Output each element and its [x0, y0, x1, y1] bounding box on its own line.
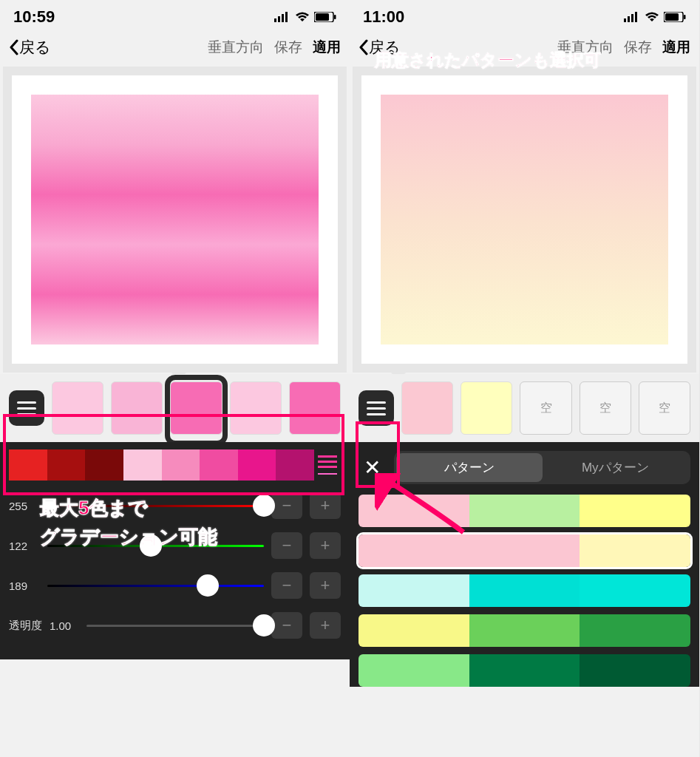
tab-my-pattern[interactable]: Myパターン [543, 453, 689, 482]
svg-rect-1 [278, 16, 280, 22]
pattern-item[interactable] [359, 574, 690, 607]
signal-icon [274, 7, 290, 27]
svg-rect-13 [684, 15, 686, 19]
color-swatch[interactable] [111, 381, 163, 435]
svg-rect-2 [282, 14, 284, 22]
nav-direction[interactable]: 垂直方向 [208, 38, 264, 57]
color-swatch[interactable] [289, 381, 341, 435]
nav-bar: 戻る 垂直方向 保存 適用 [0, 31, 350, 65]
green-value: 122 [9, 540, 40, 552]
opacity-slider[interactable] [86, 625, 264, 627]
pattern-item[interactable] [359, 654, 690, 687]
blue-slider[interactable] [47, 585, 264, 587]
svg-rect-5 [316, 13, 329, 21]
red-plus-button[interactable]: + [310, 492, 341, 519]
red-minus-button[interactable]: − [271, 492, 302, 519]
palette-color[interactable] [123, 449, 162, 481]
empty-swatch[interactable]: 空 [520, 381, 571, 435]
wifi-icon [645, 7, 659, 27]
palette-color[interactable] [238, 449, 276, 481]
preview-area [353, 67, 696, 373]
nav-save[interactable]: 保存 [624, 38, 652, 57]
back-button[interactable]: 戻る [9, 37, 51, 58]
gradient-preview [31, 95, 319, 344]
color-swatch[interactable] [461, 381, 512, 435]
svg-rect-10 [635, 12, 637, 22]
svg-rect-7 [624, 18, 626, 22]
palette-color[interactable] [276, 449, 314, 481]
status-time: 10:59 [13, 7, 55, 27]
swatch-menu-button[interactable] [359, 390, 394, 426]
nav-apply[interactable]: 適用 [313, 38, 341, 57]
opacity-value: 1.00 [50, 619, 79, 632]
green-minus-button[interactable]: − [271, 532, 302, 559]
annotation-arrow-icon [375, 473, 471, 540]
status-icons [624, 7, 686, 27]
battery-icon [664, 7, 686, 27]
palette-color[interactable] [47, 449, 86, 481]
gradient-preview [381, 95, 668, 344]
status-bar: 10:59 [0, 0, 350, 31]
swatch-menu-button[interactable] [9, 390, 44, 426]
wifi-icon [295, 7, 310, 27]
preview-area [3, 67, 347, 373]
svg-rect-8 [628, 16, 630, 22]
status-bar: 11:00 [350, 0, 699, 31]
signal-icon [624, 7, 640, 27]
annotation-text: 最大5色まで グラデーション可能 [40, 494, 217, 551]
blue-plus-button[interactable]: + [310, 572, 341, 599]
color-swatch[interactable] [170, 381, 222, 435]
battery-icon [314, 7, 336, 27]
palette-menu-icon[interactable] [314, 449, 341, 481]
green-plus-button[interactable]: + [310, 532, 341, 559]
phone-right: 11:00 戻る 垂直方向 保存 適用 空空空 ✕ パターン [350, 0, 699, 757]
color-swatch[interactable] [52, 381, 103, 435]
blue-minus-button[interactable]: − [271, 572, 302, 599]
palette-color[interactable] [85, 449, 123, 481]
svg-rect-3 [285, 12, 288, 22]
opacity-plus-button[interactable]: + [310, 612, 341, 639]
empty-swatch[interactable]: 空 [580, 381, 631, 435]
status-icons [274, 7, 336, 27]
blue-value: 189 [9, 580, 40, 592]
blue-slider-row: 189 − + [9, 572, 341, 599]
svg-rect-9 [631, 14, 633, 22]
color-swatch[interactable] [230, 381, 282, 435]
palette-color[interactable] [200, 449, 238, 481]
color-swatch[interactable] [401, 381, 453, 435]
opacity-minus-button[interactable]: − [271, 612, 302, 639]
status-time: 11:00 [363, 7, 404, 27]
annotation-text: 用意されたパターンも選択可 [375, 47, 601, 73]
color-palette-panel: 255 − + 122 − + 189 − + 透明度 1.00 − + 最大5… [0, 442, 350, 659]
palette-color[interactable] [162, 449, 200, 481]
empty-swatch[interactable]: 空 [639, 381, 690, 435]
svg-rect-0 [274, 18, 276, 22]
palette-color[interactable] [9, 449, 47, 481]
nav-save[interactable]: 保存 [274, 38, 302, 57]
phone-left: 10:59 戻る 垂直方向 保存 適用 255 − + [0, 0, 350, 757]
svg-rect-12 [665, 13, 679, 21]
back-label: 戻る [19, 37, 51, 58]
palette-row[interactable] [9, 449, 341, 481]
opacity-slider-row: 透明度 1.00 − + [9, 612, 341, 639]
nav-apply[interactable]: 適用 [662, 38, 690, 57]
pattern-item[interactable] [359, 614, 690, 647]
swatch-row [0, 374, 350, 442]
svg-rect-6 [334, 15, 336, 19]
opacity-label: 透明度 [9, 619, 42, 633]
swatch-row: 空空空 [350, 374, 699, 442]
red-value: 255 [9, 500, 40, 512]
